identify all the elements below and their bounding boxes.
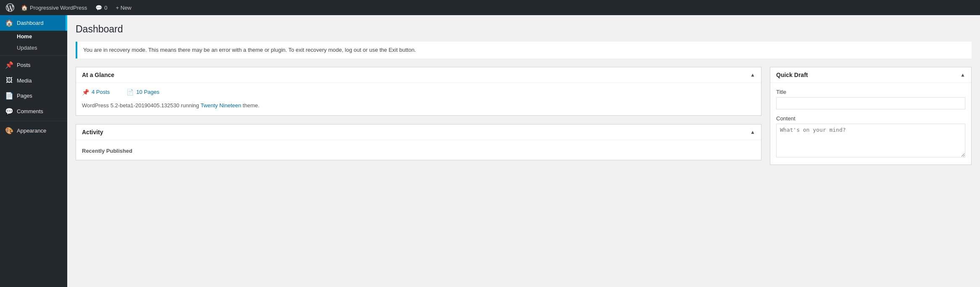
activity-header: Activity ▲ xyxy=(76,125,761,140)
recovery-notice: You are in recovery mode. This means the… xyxy=(76,42,972,58)
theme-link[interactable]: Twenty Nineteen xyxy=(200,102,241,109)
content-textarea[interactable] xyxy=(776,124,965,157)
pages-icon: 📄 xyxy=(5,92,13,100)
sidebar-subitem-home[interactable]: Home xyxy=(0,31,67,42)
activity-widget: Activity ▲ Recently Published xyxy=(76,124,761,160)
posts-icon: 📌 xyxy=(5,61,13,69)
sidebar-posts-label: Posts xyxy=(17,62,31,68)
admin-bar-comments[interactable]: 💬 0 xyxy=(92,0,111,15)
content-label: Content xyxy=(776,115,965,122)
activity-body: Recently Published xyxy=(76,140,761,160)
adminmenu: 🏠 Dashboard Home Updates 📌 Posts 🖼 Media… xyxy=(0,15,67,287)
sidebar-dashboard-label: Dashboard xyxy=(17,20,44,26)
admin-bar-new[interactable]: + New xyxy=(113,0,135,15)
sidebar-item-posts[interactable]: 📌 Posts xyxy=(0,57,67,73)
title-label: Title xyxy=(776,89,965,95)
title-input[interactable] xyxy=(776,97,965,109)
sidebar-item-comments[interactable]: 💬 Comments xyxy=(0,104,67,119)
wp-logo[interactable] xyxy=(4,0,16,15)
posts-stat-icon: 📌 xyxy=(82,89,89,96)
sidebar-item-dashboard[interactable]: 🏠 Dashboard xyxy=(0,15,67,31)
sidebar-subitem-updates[interactable]: Updates xyxy=(0,42,67,53)
media-icon: 🖼 xyxy=(5,77,13,84)
appearance-icon: 🎨 xyxy=(5,127,13,135)
dashboard-icon: 🏠 xyxy=(5,19,13,27)
at-a-glance-header: At a Glance ▲ xyxy=(76,67,761,83)
at-a-glance-widget: At a Glance ▲ 📌 4 Posts 📄 10 Pages xyxy=(76,67,761,116)
updates-sub-label: Updates xyxy=(17,45,37,51)
right-column: Quick Draft ▲ Title Content xyxy=(770,67,972,165)
menu-separator-1 xyxy=(0,55,67,56)
recovery-notice-text: You are in recovery mode. This means the… xyxy=(83,47,416,53)
main-content: Dashboard You are in recovery mode. This… xyxy=(67,15,980,287)
quick-draft-header: Quick Draft ▲ xyxy=(770,67,971,83)
sidebar-comments-label: Comments xyxy=(17,108,43,114)
activity-title: Activity xyxy=(82,129,103,136)
sidebar-media-label: Media xyxy=(17,77,32,84)
quick-draft-body: Title Content xyxy=(770,83,971,165)
pages-stat-count: 10 Pages xyxy=(136,89,159,95)
comment-count: 0 xyxy=(104,5,107,11)
admin-bar-site[interactable]: 🏠 Progressive WordPress xyxy=(18,0,90,15)
admin-bar: 🏠 Progressive WordPress 💬 0 + New xyxy=(0,0,980,15)
quick-draft-toggle[interactable]: ▲ xyxy=(960,72,965,78)
comments-sidebar-icon: 💬 xyxy=(5,107,13,115)
page-title: Dashboard xyxy=(76,24,972,35)
menu-separator-2 xyxy=(0,121,67,121)
at-glance-stats: 📌 4 Posts 📄 10 Pages xyxy=(82,89,755,96)
sidebar-item-appearance[interactable]: 🎨 Appearance xyxy=(0,123,67,138)
activity-toggle[interactable]: ▲ xyxy=(750,129,755,135)
posts-stat[interactable]: 📌 4 Posts xyxy=(82,89,110,96)
sidebar-item-media[interactable]: 🖼 Media xyxy=(0,73,67,88)
quick-draft-widget: Quick Draft ▲ Title Content xyxy=(770,67,972,165)
sidebar-appearance-label: Appearance xyxy=(17,128,46,134)
sidebar-pages-label: Pages xyxy=(17,93,32,99)
new-label: + New xyxy=(116,5,132,11)
wp-admin: 🏠 Dashboard Home Updates 📌 Posts 🖼 Media… xyxy=(0,15,980,287)
dashboard-grid: At a Glance ▲ 📌 4 Posts 📄 10 Pages xyxy=(76,67,972,165)
theme-name: Twenty Nineteen xyxy=(200,102,241,109)
posts-stat-count: 4 Posts xyxy=(92,89,110,95)
home-sub-label: Home xyxy=(17,33,32,40)
quick-draft-title: Quick Draft xyxy=(776,72,808,78)
at-a-glance-body: 📌 4 Posts 📄 10 Pages WordPress 5.2-beta1… xyxy=(76,83,761,116)
pages-stat-icon: 📄 xyxy=(126,89,134,96)
theme-suffix: theme. xyxy=(241,102,259,109)
home-icon: 🏠 xyxy=(21,5,28,11)
pages-stat[interactable]: 📄 10 Pages xyxy=(126,89,159,96)
at-a-glance-title: At a Glance xyxy=(82,72,114,78)
left-column: At a Glance ▲ 📌 4 Posts 📄 10 Pages xyxy=(76,67,761,165)
sidebar-item-pages[interactable]: 📄 Pages xyxy=(0,88,67,104)
activity-subtitle: Recently Published xyxy=(82,148,755,154)
wp-version-text: WordPress 5.2-beta1-20190405.132530 runn… xyxy=(82,102,200,109)
at-a-glance-toggle[interactable]: ▲ xyxy=(750,72,755,78)
comments-icon: 💬 xyxy=(95,5,102,11)
at-glance-description: WordPress 5.2-beta1-20190405.132530 runn… xyxy=(82,101,755,110)
site-name: Progressive WordPress xyxy=(30,5,87,11)
